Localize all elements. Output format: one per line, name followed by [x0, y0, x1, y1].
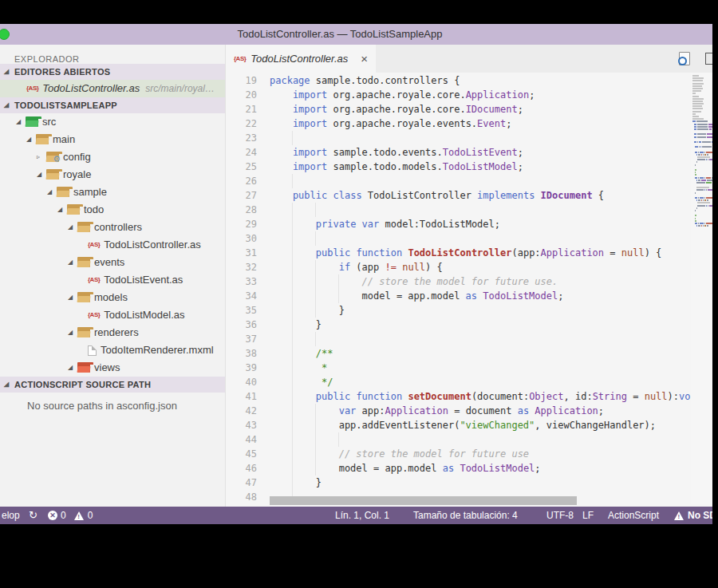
tree-item-todolistmodel-as[interactable]: {AS}TodoListModel.as: [0, 306, 225, 324]
code-line[interactable]: 25import sample.todo.models.TodoListMode…: [226, 160, 712, 174]
screenshot-canvas: { "window": { "title": "TodoListControll…: [0, 0, 718, 588]
tab-close-icon[interactable]: ×: [361, 52, 368, 65]
tree-item-events[interactable]: ◢events: [0, 254, 225, 271]
cursor-position-item[interactable]: Lín. 1, Col. 1: [335, 507, 389, 524]
code-line[interactable]: 36}: [226, 318, 712, 332]
tree-item-src[interactable]: ◢src: [0, 113, 225, 131]
code-line[interactable]: 21import org.apache.royale.core.IDocumen…: [226, 102, 712, 116]
open-preview-icon[interactable]: [679, 52, 690, 65]
code-line[interactable]: 31public function TodoListController(app…: [226, 246, 712, 260]
tree-item-renderers[interactable]: ◢renderers: [0, 324, 225, 341]
code-line[interactable]: 29private var model:TodoListModel;: [226, 217, 712, 231]
line-number: 35: [226, 303, 257, 318]
tab-todolistcontroller[interactable]: {AS} TodoListController.as ×: [226, 45, 376, 73]
minimap-line: [692, 103, 712, 105]
indent-guide: [270, 375, 293, 389]
code-line[interactable]: 39 *: [226, 361, 712, 375]
code-line[interactable]: 35}: [226, 303, 712, 318]
error-icon: ✕: [48, 511, 57, 520]
minimap-line: [692, 187, 712, 188]
split-editor-icon[interactable]: [705, 53, 712, 65]
indent-guide: [293, 418, 316, 432]
minimap-line: [692, 172, 712, 173]
code-line[interactable]: 28: [226, 203, 712, 217]
code-line[interactable]: 46model = app.model as TodoListModel;: [226, 461, 712, 476]
code-line[interactable]: 43app.addEventListener("viewChanged", vi…: [226, 418, 712, 432]
eol-item[interactable]: LF: [582, 507, 594, 524]
sync-button[interactable]: ↻: [29, 507, 37, 524]
code-line[interactable]: 32if (app != null) {: [226, 260, 712, 274]
minimap-line: [692, 167, 712, 168]
tree-item-models[interactable]: ◢models: [0, 289, 225, 306]
minimap-line: [692, 189, 712, 191]
code-line[interactable]: 41public function setDocument(document:O…: [226, 389, 712, 404]
tree-item-sample[interactable]: ◢sample: [0, 184, 225, 201]
horizontal-scrollbar[interactable]: [270, 496, 577, 505]
problems-item[interactable]: ✕0 !0: [48, 507, 93, 524]
code-line[interactable]: 30: [226, 231, 712, 246]
indent-guide: [316, 432, 339, 447]
tree-item-todolistevent-as[interactable]: {AS}TodoListEvent.as: [0, 271, 225, 289]
tree-item-config[interactable]: ▹⚙config: [0, 148, 225, 166]
line-number: 20: [226, 88, 257, 102]
section-label: TODOLISTSAMPLEAPP: [14, 101, 117, 110]
code-line[interactable]: 37: [226, 332, 712, 346]
tree-item-label: TodoListController.as: [104, 236, 200, 254]
code-line[interactable]: 23: [226, 131, 712, 145]
code-line[interactable]: 19package sample.todo.controllers {: [226, 73, 712, 88]
tree-item-label: renderers: [94, 324, 139, 341]
tree-item-controllers[interactable]: ◢controllers: [0, 219, 225, 236]
minimap-line: [692, 152, 712, 153]
tree-item-todolistcontroller-as[interactable]: {AS}TodoListController.as: [0, 236, 225, 254]
line-number: 48: [226, 490, 257, 504]
indent-guide: [270, 303, 293, 318]
indent-guide: [270, 318, 293, 332]
open-editor-item[interactable]: {AS} TodoListController.as src/main/roya…: [0, 80, 225, 97]
git-branch-item[interactable]: elop: [2, 507, 20, 524]
section-as-source-path[interactable]: ◢ ACTIONSCRIPT SOURCE PATH: [0, 377, 225, 393]
minimap-line: [692, 108, 712, 109]
code-line[interactable]: 42var app:Application = document as Appl…: [226, 404, 712, 418]
sdk-warning-item[interactable]: ! No SDK: [674, 507, 712, 524]
tree-item-views[interactable]: ◢views: [0, 359, 225, 377]
indent-guide: [270, 476, 293, 490]
code-line[interactable]: 33// store the model for future use.: [226, 274, 712, 289]
tree-item-main[interactable]: ◢main: [0, 131, 225, 148]
tab-size-item[interactable]: Tamaño de tabulación: 4: [413, 507, 518, 524]
encoding-item[interactable]: UTF-8: [546, 507, 574, 524]
code-line[interactable]: 24import sample.todo.events.TodoListEven…: [226, 145, 712, 160]
tree-item-todoitemrenderer-mxml[interactable]: TodoItemRenderer.mxml: [0, 341, 225, 359]
code-line[interactable]: 34model = app.model as TodoListModel;: [226, 289, 712, 303]
tree-item-royale[interactable]: ◢royale: [0, 166, 225, 184]
minimap-line: [692, 215, 712, 216]
code-viewport[interactable]: 19package sample.todo.controllers {20imp…: [226, 73, 712, 504]
code-line[interactable]: 40 */: [226, 375, 712, 389]
line-number: 32: [226, 260, 257, 274]
workbench: EXPLORADOR ◢ EDITORES ABIERTOS {AS} Todo…: [0, 45, 712, 507]
code-line[interactable]: 38/**: [226, 346, 712, 361]
section-workspace[interactable]: ◢ TODOLISTSAMPLEAPP: [0, 97, 225, 113]
minimap-line: [692, 225, 712, 227]
twisty-icon: ◢: [16, 113, 26, 131]
twisty-icon: ◢: [47, 184, 57, 201]
code-line[interactable]: 45// store the model for future use: [226, 447, 712, 461]
line-number: 22: [226, 116, 257, 131]
indent-guide: [270, 332, 293, 346]
code-line[interactable]: 27public class TodoListController implem…: [226, 188, 712, 203]
code-line[interactable]: 44: [226, 432, 712, 447]
code-line[interactable]: 47}: [226, 476, 712, 490]
minimap-line: [692, 113, 712, 115]
minimap[interactable]: [691, 73, 712, 504]
sync-icon: ↻: [29, 507, 37, 524]
tree-item-todo[interactable]: ◢todo: [0, 201, 225, 219]
open-editor-filename: TodoListController.as: [42, 80, 140, 97]
language-mode-item[interactable]: ActionScript: [608, 507, 659, 524]
indent-guide: [293, 432, 316, 447]
code-line[interactable]: 22import org.apache.royale.events.Event;: [226, 116, 712, 131]
code-line[interactable]: 20import org.apache.royale.core.Applicat…: [226, 88, 712, 102]
section-open-editors[interactable]: ◢ EDITORES ABIERTOS: [0, 64, 225, 80]
as-file-icon: {AS}: [88, 236, 100, 254]
traffic-light-green[interactable]: [0, 29, 10, 40]
code-line[interactable]: 26: [226, 174, 712, 188]
folder-icon: [77, 258, 90, 267]
